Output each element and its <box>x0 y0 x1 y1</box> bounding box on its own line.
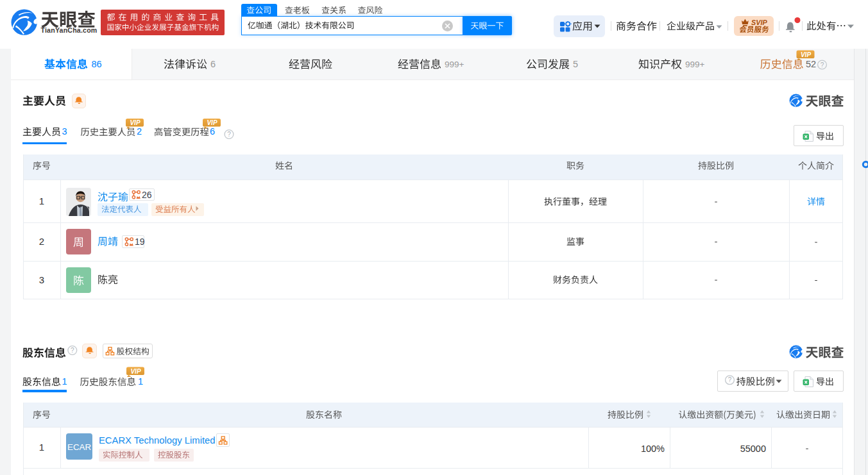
svg-text:TianYanCha.com: TianYanCha.com <box>41 26 98 34</box>
svg-text:1: 1 <box>138 376 143 387</box>
svg-text:6: 6 <box>210 126 215 137</box>
svg-text:2: 2 <box>137 126 142 137</box>
svg-text:1: 1 <box>62 376 67 387</box>
svg-text:3: 3 <box>62 126 67 137</box>
